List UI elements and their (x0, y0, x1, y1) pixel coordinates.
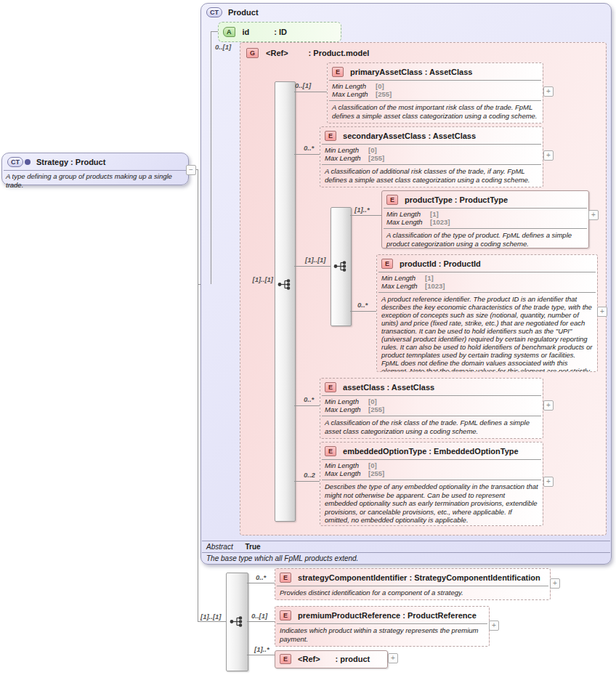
derived-plus-icon (25, 159, 31, 165)
facet-label: Max Length (325, 469, 368, 477)
strategy-title: Strategy : Product (36, 158, 105, 166)
facet-value: [0] (368, 397, 377, 405)
connector-line (350, 215, 381, 216)
group-cardinality: 0..[1] (215, 43, 231, 51)
facet-label: Max Length (386, 218, 430, 226)
element-secondary-asset-class: E secondaryAssetClass : AssetClass Min L… (320, 126, 543, 187)
facet-value: [0] (376, 82, 384, 90)
connector-line (211, 31, 211, 284)
complex-type-badge-icon: CT (206, 7, 222, 17)
element-embedded-option-type: E embeddedOptionType : EmbeddedOptionTyp… (320, 442, 543, 526)
element-badge-icon: E (325, 382, 336, 392)
facet-label: Max Length (325, 405, 368, 413)
element-ref-type: : product (336, 655, 370, 663)
group-name: <Ref> (266, 49, 288, 57)
element-badge-icon: E (386, 195, 398, 205)
expand-button[interactable]: + (550, 578, 560, 589)
element-cardinality: 0..* (256, 573, 266, 581)
complex-type-badge-icon: CT (7, 157, 23, 167)
facet-label: Min Length (332, 82, 376, 90)
facet-value: [255] (368, 405, 384, 413)
element-product-id: E productId : ProductId Min Length[1] Ma… (376, 254, 598, 372)
element-description: A product reference identifier. The prod… (377, 293, 597, 372)
facet-label: Min Length (386, 210, 430, 218)
element-strategy-component-identifier: E strategyComponentIdentifier : Strategy… (275, 568, 551, 600)
strategy-description: A type defining a group of products maki… (2, 171, 188, 190)
connector-line (294, 92, 327, 92)
element-description: A classification of the type of product.… (382, 229, 588, 248)
connector-line (247, 655, 275, 655)
element-description: A classification of additional risk clas… (320, 165, 543, 186)
sequence-icon (333, 261, 347, 272)
element-title: secondaryAssetClass : AssetClass (343, 132, 476, 140)
element-title: productId : ProductId (400, 259, 481, 268)
expand-button[interactable]: + (597, 307, 607, 317)
element-cardinality: 0..[1] (295, 81, 311, 89)
element-badge-icon: E (381, 259, 393, 269)
element-badge-icon: E (280, 654, 291, 664)
element-cardinality: 0..* (304, 144, 314, 152)
strategy-type-box: CT Strategy : Product A type defining a … (1, 153, 189, 185)
connector-line (247, 621, 275, 622)
attribute-badge-icon: A (223, 27, 235, 37)
element-cardinality: 0..* (304, 395, 314, 403)
group-badge-icon: G (246, 48, 259, 58)
facet-value: [1023] (430, 218, 450, 226)
element-badge-icon: E (280, 573, 291, 583)
element-asset-class: E assetClass : AssetClass Min Length[0] … (320, 378, 543, 439)
base-note: The base type which all FpML products ex… (202, 552, 610, 565)
element-product-type: E productType : ProductType Min Length[1… (381, 190, 589, 248)
element-cardinality: 0..[1] (251, 612, 267, 620)
product-title: Product (228, 8, 259, 17)
expand-button[interactable]: + (588, 210, 599, 220)
element-title: strategyComponentIdentifier : StrategyCo… (298, 573, 540, 582)
element-description: Indicates which product within a strateg… (275, 624, 489, 645)
abstract-value: True (245, 543, 260, 551)
element-title: productType : ProductType (405, 195, 508, 204)
connector-line (198, 169, 198, 621)
facet-label: Min Length (381, 274, 425, 282)
abstract-row: Abstract True (202, 541, 610, 552)
facet-label: Min Length (325, 397, 368, 405)
facet-value: [0] (368, 461, 377, 469)
element-badge-icon: E (325, 446, 336, 456)
element-title: assetClass : AssetClass (343, 383, 434, 392)
element-description: Provides distinct identification for a c… (275, 586, 550, 599)
element-title: embeddedOptionType : EmbeddedOptionType (343, 447, 519, 456)
element-badge-icon: E (280, 610, 291, 621)
group-type: : Product.model (309, 49, 370, 57)
element-title: premiumProductReference : ProductReferen… (298, 611, 477, 620)
abstract-label: Abstract (206, 543, 233, 551)
facet-label: Max Length (332, 90, 376, 98)
expand-button[interactable]: + (388, 653, 398, 663)
element-cardinality: 0..* (357, 301, 368, 309)
element-primary-asset-class: E primaryAssetClass : AssetClass Min Len… (327, 62, 543, 124)
attribute-type: : ID (274, 28, 287, 36)
element-description: Describes the type of any embedded optio… (320, 480, 543, 526)
facet-value: [0] (368, 146, 377, 154)
expand-button[interactable]: + (543, 400, 554, 411)
sequence-cardinality: [1]..[1] (247, 275, 273, 283)
connector-line (294, 154, 320, 155)
expand-button[interactable]: + (489, 621, 499, 631)
expand-button[interactable]: + (543, 477, 554, 487)
element-cardinality: [1]..* (254, 645, 270, 653)
expand-button[interactable]: + (543, 86, 554, 97)
expand-button[interactable]: + (543, 150, 554, 161)
element-description: A classification of the most important r… (328, 101, 543, 122)
sequence-bar (275, 81, 296, 522)
schema-diagram: CT Strategy : Product A type defining a … (0, 0, 616, 675)
element-badge-icon: E (332, 67, 344, 77)
element-cardinality: [1]..* (354, 206, 370, 214)
connector-line (198, 621, 226, 622)
attribute-name: id (243, 28, 250, 36)
connector-line (211, 31, 218, 32)
bottom-sequence-cardinality: [1]..[1] (200, 613, 222, 621)
connector-line (294, 405, 320, 406)
connector-line (294, 481, 320, 482)
facet-value: [1] (430, 210, 439, 218)
sequence-icon (230, 616, 243, 627)
collapse-button[interactable]: − (186, 165, 196, 175)
element-description: A classification of the risk class of th… (320, 416, 543, 437)
connector-line (247, 583, 275, 583)
